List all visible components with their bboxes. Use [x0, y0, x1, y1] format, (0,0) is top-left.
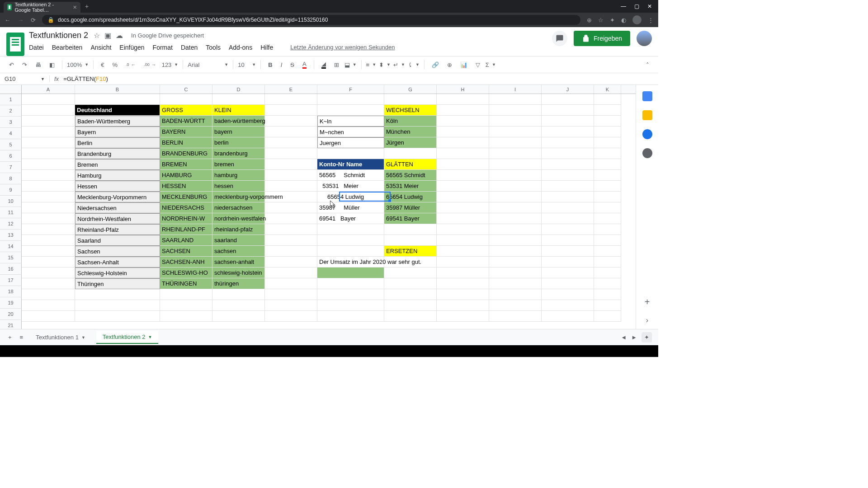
cell-b12[interactable]: Nordrhein-Westfalen [75, 213, 160, 224]
cell-a18[interactable] [22, 278, 75, 289]
cell-h17[interactable] [437, 267, 489, 278]
cell-i18[interactable] [489, 278, 542, 289]
move-doc-icon[interactable]: ▣ [104, 31, 111, 40]
cell-b17[interactable]: Schleswig-Holstein [75, 267, 160, 278]
cell-d7[interactable]: bremen [212, 159, 265, 170]
cell-g14[interactable] [384, 235, 437, 246]
cell-k12[interactable] [594, 213, 621, 224]
cell-k21[interactable] [594, 311, 621, 322]
cell-a3[interactable] [22, 116, 75, 127]
cell-h2[interactable] [437, 105, 489, 116]
row-header[interactable]: 17 [0, 275, 22, 286]
cell-c3[interactable]: BADEN-WÜRTT [160, 116, 212, 127]
cell-c7[interactable]: BREMEN [160, 159, 212, 170]
cell-a8[interactable] [22, 170, 75, 181]
browser-tab[interactable]: Textfunktionen 2 - Google Tabel… ✕ [4, 2, 80, 13]
filter-button[interactable]: ▽ [473, 60, 483, 70]
cell-a5[interactable] [22, 137, 75, 148]
cell-h6[interactable] [437, 148, 489, 159]
cell-j10[interactable] [542, 192, 594, 202]
cell-g20[interactable] [384, 300, 437, 311]
zoom-select[interactable]: 100%▼ [67, 61, 89, 68]
cell-k5[interactable] [594, 137, 621, 148]
cell-i5[interactable] [489, 137, 542, 148]
tab-menu-icon[interactable]: ▼ [148, 335, 152, 339]
cell-c16[interactable]: SACHSEN-ANH [160, 257, 212, 267]
cell-f13[interactable] [317, 224, 384, 235]
cell-b9[interactable]: Hessen [75, 181, 160, 192]
cell-e14[interactable] [265, 235, 317, 246]
cell-f15[interactable] [317, 246, 384, 257]
cell-c8[interactable]: HAMBURG [160, 170, 212, 181]
link-button[interactable]: 🔗 [429, 60, 442, 70]
row-header[interactable]: 9 [0, 184, 22, 196]
row-header[interactable]: 14 [0, 241, 22, 252]
cell-h11[interactable] [437, 202, 489, 213]
cell-f7[interactable]: Konto-Nr Name [317, 159, 384, 170]
sheet-tab-2[interactable]: Textfunktionen 2 ▼ [96, 331, 159, 344]
row-header[interactable]: 18 [0, 286, 22, 297]
cell-d11[interactable]: niedersachsen [212, 202, 265, 213]
cell-c12[interactable]: NORDRHEIN-W [160, 213, 212, 224]
row-header[interactable]: 2 [0, 105, 22, 117]
cell-j7[interactable] [542, 159, 594, 170]
cell-k1[interactable] [594, 94, 621, 105]
cell-e20[interactable] [265, 300, 317, 311]
cell-e11[interactable] [265, 202, 317, 213]
cell-b10[interactable]: Mecklenburg-Vorpommern [75, 192, 160, 202]
cell-h15[interactable] [437, 246, 489, 257]
menu-hilfe[interactable]: Hilfe [260, 44, 273, 51]
cell-i15[interactable] [489, 246, 542, 257]
cell-c14[interactable]: SAARLAND [160, 235, 212, 246]
extension-pin-icon[interactable]: ◐ [621, 17, 626, 23]
add-sheet-button[interactable]: + [6, 332, 14, 343]
cell-c10[interactable]: MECKLENBURG [160, 192, 212, 202]
menu-tools[interactable]: Tools [206, 44, 221, 51]
cell-h13[interactable] [437, 224, 489, 235]
cell-h9[interactable] [437, 181, 489, 192]
back-icon[interactable]: ← [5, 17, 10, 23]
cell-f1[interactable] [317, 94, 384, 105]
cell-j16[interactable] [542, 257, 594, 267]
paint-format-button[interactable]: ◧ [47, 60, 57, 70]
cell-i14[interactable] [489, 235, 542, 246]
cell-a7[interactable] [22, 159, 75, 170]
col-header-f[interactable]: F [317, 85, 384, 94]
borders-button[interactable]: ⊞ [331, 60, 342, 70]
cell-j15[interactable] [542, 246, 594, 257]
cell-g19[interactable] [384, 289, 437, 300]
col-header-c[interactable]: C [160, 85, 212, 94]
cell-a6[interactable] [22, 148, 75, 159]
name-box-dropdown-icon[interactable]: ▼ [41, 77, 45, 81]
cell-b5[interactable]: Berlin [75, 137, 160, 148]
cell-b2[interactable]: Deutschland [75, 105, 160, 116]
comment-button[interactable]: ⊕ [444, 60, 455, 70]
cell-g11[interactable]: 35987 Müller [384, 202, 437, 213]
cell-b4[interactable]: Bayern [75, 127, 160, 137]
cell-d5[interactable]: berlin [212, 137, 265, 148]
cell-a14[interactable] [22, 235, 75, 246]
cell-e5[interactable] [265, 137, 317, 148]
cell-a11[interactable] [22, 202, 75, 213]
cell-f18[interactable] [317, 278, 384, 289]
cell-d2[interactable]: KLEIN [212, 105, 265, 116]
cell-d20[interactable] [212, 300, 265, 311]
cell-j18[interactable] [542, 278, 594, 289]
cell-j20[interactable] [542, 300, 594, 311]
row-header[interactable]: 15 [0, 252, 22, 263]
doc-title[interactable]: Textfunktionen 2 [29, 31, 88, 40]
tasks-addon-icon[interactable] [642, 129, 652, 139]
row-header[interactable]: 13 [0, 230, 22, 241]
cell-g12[interactable]: 69541 Bayer [384, 213, 437, 224]
cell-b15[interactable]: Sachsen [75, 246, 160, 257]
cell-j12[interactable] [542, 213, 594, 224]
cell-g1[interactable] [384, 94, 437, 105]
cell-d6[interactable]: brandenburg [212, 148, 265, 159]
cell-f6[interactable] [317, 148, 384, 159]
cell-i17[interactable] [489, 267, 542, 278]
dec-decimal-button[interactable]: .0← [123, 60, 138, 69]
cell-b19[interactable] [75, 289, 160, 300]
cell-d18[interactable]: thüringen [212, 278, 265, 289]
star-icon[interactable]: ☆ [598, 17, 604, 23]
col-header-i[interactable]: I [489, 85, 542, 94]
